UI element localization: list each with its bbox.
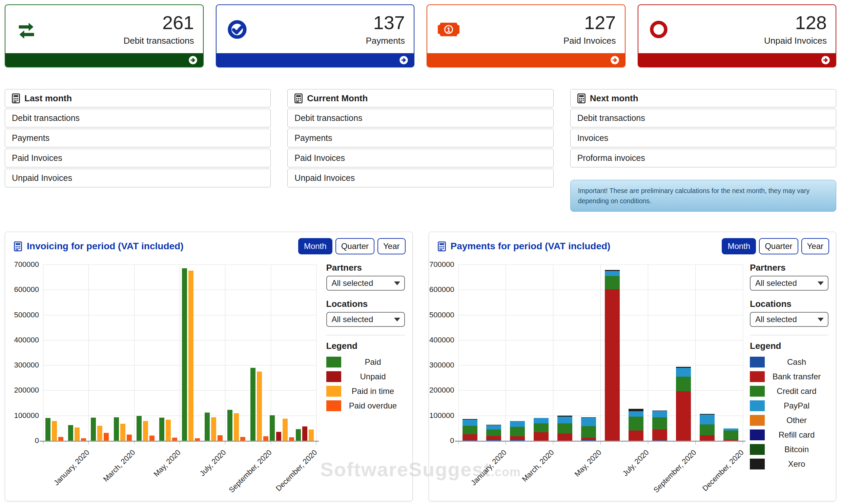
summary-panels-row: Last monthDebit transactionsPaymentsPaid… <box>5 89 836 212</box>
paid-bar <box>137 416 142 441</box>
stat-card-value: 137 <box>365 13 405 33</box>
paid-bar <box>182 268 187 441</box>
paid-bar <box>91 418 96 441</box>
stat-card-body: 1127Paid Invoices <box>427 5 625 54</box>
bank-transfer-segment <box>652 430 667 440</box>
stat-card-label: Unpaid Invoices <box>764 36 827 46</box>
divider <box>326 335 405 335</box>
summary-panel-header: Last month <box>5 89 271 107</box>
paid-bar <box>114 417 119 441</box>
credit-card-segment <box>463 426 478 434</box>
stat-card-footer-link[interactable] <box>216 53 414 67</box>
y-axis-label: 400000 <box>425 336 454 344</box>
exchange-arrows-icon <box>16 19 37 40</box>
summary-panel-title: Next month <box>590 93 638 104</box>
arrow-circle-right-icon <box>189 56 198 65</box>
summary-item-label: Unpaid Invoices <box>12 173 72 183</box>
y-axis-label: 200000 <box>9 386 39 395</box>
legend-swatch <box>750 430 765 440</box>
summary-item-label: Payments <box>12 133 50 143</box>
credit-card-segment <box>510 427 525 436</box>
legend-item-other: Other <box>750 415 828 426</box>
y-axis-label: 300000 <box>425 361 454 370</box>
locations-label: Locations <box>326 299 405 309</box>
y-axis-label: 0 <box>425 436 454 445</box>
xero-segment <box>581 417 596 418</box>
legend-label: Credit card <box>765 386 828 396</box>
axis-tick <box>316 442 317 444</box>
xero-segment <box>605 270 620 271</box>
legend-title: Legend <box>750 341 828 351</box>
legend-swatch <box>326 386 341 397</box>
bitcoin-segment <box>463 419 478 420</box>
paid-in-time-bar <box>257 372 262 441</box>
legend-item-unpaid: Unpaid <box>326 371 405 382</box>
stat-card-label: Payments <box>365 36 405 46</box>
legend-item-paid-overdue: Paid overdue <box>326 400 405 411</box>
credit-card-segment <box>486 430 501 436</box>
arrow-circle-right-icon <box>399 56 408 65</box>
chart-controls: PartnersAll selectedLocationsAll selecte… <box>750 263 828 473</box>
partners-label: Partners <box>750 263 828 273</box>
year-button[interactable]: Year <box>377 238 406 254</box>
partners-select[interactable]: All selected <box>326 276 405 291</box>
summary-item-label: Invoices <box>577 133 609 143</box>
bank-transfer-segment <box>700 435 715 441</box>
v-gridline <box>43 265 43 441</box>
quarter-button[interactable]: Quarter <box>759 238 798 254</box>
axis-tick <box>601 442 601 444</box>
stat-card-body: 261Debit transactions <box>5 5 203 54</box>
calculator-icon <box>577 93 586 103</box>
stat-card-footer-link[interactable] <box>427 53 625 67</box>
xero-segment <box>700 414 715 415</box>
bank-transfer-segment <box>510 436 525 440</box>
legend-swatch <box>326 357 341 367</box>
legend-swatch <box>326 371 341 382</box>
legend-label: Paid overdue <box>341 401 405 411</box>
paypal-segment <box>676 368 691 377</box>
stat-card-footer-link[interactable] <box>638 53 836 67</box>
locations-select-value: All selected <box>332 315 373 324</box>
v-gridline <box>134 265 135 441</box>
paypal-segment <box>510 421 525 427</box>
calculator-icon <box>294 93 303 103</box>
v-gridline <box>648 265 648 441</box>
legend-item-bank-transfer: Bank transfer <box>750 371 828 382</box>
partners-select[interactable]: All selected <box>750 276 828 291</box>
year-button[interactable]: Year <box>801 238 829 254</box>
paypal-segment <box>652 411 667 417</box>
paid-in-time-bar <box>74 428 79 441</box>
locations-select[interactable]: All selected <box>750 312 828 327</box>
xero-segment <box>463 419 478 419</box>
paid-in-time-bar <box>234 413 239 441</box>
stat-card-value: 128 <box>764 13 827 33</box>
stat-card-debit-transactions: 261Debit transactions <box>5 4 204 67</box>
paypal-segment <box>723 429 738 431</box>
credit-card-segment <box>534 424 549 432</box>
paid-overdue-bar <box>127 435 132 441</box>
stat-card-text: 128Unpaid Invoices <box>764 13 827 46</box>
month-button[interactable]: Month <box>298 238 333 254</box>
caret-down-icon <box>818 282 824 285</box>
invoicing-chart-panel: Invoicing for period (VAT included)Month… <box>5 232 413 501</box>
month-button[interactable]: Month <box>722 238 756 254</box>
axis-tick <box>459 442 459 444</box>
legend-label: PayPal <box>765 401 828 411</box>
money-bill-icon: 1 <box>437 21 460 38</box>
y-axis-label: 100000 <box>9 411 39 420</box>
stat-card-footer-link[interactable] <box>5 53 203 67</box>
locations-select[interactable]: All selected <box>326 312 405 327</box>
legend-label: Refill card <box>765 430 828 440</box>
y-axis-label: 600000 <box>9 285 39 294</box>
bank-transfer-segment <box>486 436 501 440</box>
summary-item-paid-invoices: Paid Invoices <box>287 149 553 167</box>
credit-card-segment <box>676 377 691 391</box>
paid-bar <box>46 418 51 441</box>
svg-text:1: 1 <box>447 26 451 34</box>
v-gridline <box>225 265 225 441</box>
paid-overdue-bar <box>149 436 155 441</box>
summary-item-label: Debit transactions <box>577 113 645 123</box>
v-gridline <box>316 265 317 441</box>
quarter-button[interactable]: Quarter <box>336 238 374 254</box>
arrow-circle-right-icon <box>821 56 830 65</box>
